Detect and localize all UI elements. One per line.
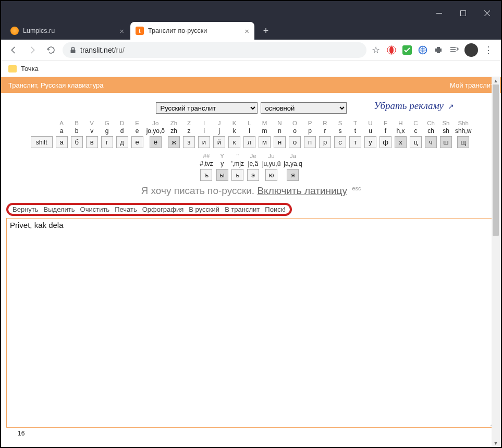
new-tab-button[interactable]: + [259, 23, 273, 38]
kb-latin-label: Je [250, 152, 256, 160]
kb-key[interactable]: и [198, 136, 210, 148]
scroll-down-icon[interactable]: ▼ [492, 440, 500, 447]
kb-key[interactable]: ы [216, 169, 228, 181]
window-maximize[interactable] [451, 5, 475, 21]
kb-translit-label: ju,yu,ü [262, 160, 280, 168]
action-button[interactable]: Орфография [142, 205, 183, 213]
kb-translit-label: je,ä [248, 160, 258, 168]
extension-globe-icon[interactable] [418, 45, 428, 55]
kb-latin-label: G [105, 119, 109, 127]
kb-key[interactable]: э [247, 169, 259, 181]
titlebar [1, 1, 501, 20]
kb-latin-label: H [398, 119, 402, 127]
kb-latin-label: D [120, 119, 124, 127]
kb-translit-label: p [308, 127, 312, 135]
kb-translit-label: i [203, 127, 205, 135]
site-header-right[interactable]: Мой транслит [450, 81, 494, 89]
extension-opera-icon[interactable] [386, 45, 397, 55]
window-controls [427, 5, 499, 21]
kb-key[interactable]: ю [265, 169, 277, 181]
kb-key[interactable]: ц [410, 136, 422, 148]
kb-translit-label: g [105, 127, 109, 135]
extensions-icon[interactable] [433, 45, 444, 55]
kb-translit-label: z [188, 127, 191, 135]
window-close[interactable] [475, 5, 499, 21]
browser-tab-inactive[interactable]: Lumpics.ru × [5, 22, 129, 40]
kb-key[interactable]: з [183, 136, 195, 148]
action-button[interactable]: Печать [115, 205, 137, 213]
actions-toolbar-highlighted: ВернутьВыделитьОчиститьПечатьОрфографияВ… [6, 203, 292, 216]
action-button[interactable]: В транслит [225, 205, 260, 213]
page-scrollbar[interactable]: ▲ ▼ [492, 77, 500, 447]
kb-key[interactable]: е [131, 136, 143, 148]
kb-key[interactable]: л [243, 136, 255, 148]
kb-key[interactable]: т [349, 136, 361, 148]
shift-key[interactable]: shift [31, 136, 53, 148]
kb-key[interactable]: у [364, 136, 376, 148]
kb-key[interactable]: ш [440, 136, 452, 148]
kb-key[interactable]: р [319, 136, 331, 148]
kb-translit-label: f [385, 127, 386, 135]
kb-latin-label: L [248, 119, 251, 127]
kb-key[interactable]: ъ [200, 169, 212, 181]
kb-key[interactable]: в [86, 136, 98, 148]
kb-key[interactable]: щ [457, 136, 469, 148]
extension-check-icon[interactable] [402, 45, 412, 55]
scheme-select[interactable]: Русский транслит [156, 102, 258, 114]
kb-key[interactable]: с [334, 136, 346, 148]
kb-key[interactable]: й [213, 136, 225, 148]
kb-key[interactable]: м [259, 136, 271, 148]
kb-key[interactable]: х [395, 136, 407, 148]
kb-translit-label: m [262, 127, 267, 135]
kb-key[interactable]: ь [231, 169, 243, 181]
bookmark-star-icon[interactable]: ☆ [371, 45, 381, 55]
svg-point-4 [389, 46, 394, 54]
kb-key[interactable]: г [101, 136, 113, 148]
back-button[interactable] [6, 43, 21, 57]
url-input[interactable]: translit.net/ru/ [63, 42, 366, 58]
tab-close-icon[interactable]: × [244, 27, 249, 35]
kb-key[interactable]: я [287, 169, 299, 181]
kb-key[interactable]: д [116, 136, 128, 148]
site-header-left[interactable]: Транслит, Русская клавиатура [8, 81, 104, 89]
window-minimize[interactable] [427, 5, 451, 21]
kb-latin-label: B [75, 119, 79, 127]
scroll-up-icon[interactable]: ▲ [492, 77, 500, 84]
kb-key[interactable]: ж [168, 136, 180, 148]
main-textarea[interactable] [7, 219, 495, 427]
kb-translit-label: shh,w [455, 127, 471, 135]
kb-latin-label: U [368, 119, 372, 127]
remove-ads-note[interactable]: Убрать рекламу [374, 100, 454, 112]
reading-list-icon[interactable] [449, 45, 459, 55]
scrollbar-thumb[interactable] [493, 84, 499, 236]
tab-close-icon[interactable]: × [119, 27, 124, 35]
lock-icon [70, 46, 76, 54]
tab-title: Lumpics.ru [23, 27, 55, 34]
reload-button[interactable] [44, 43, 58, 57]
action-button[interactable]: Вернуть [13, 205, 39, 213]
toggle-latin-link[interactable]: Включить латиницу [257, 185, 347, 196]
kb-key[interactable]: о [289, 136, 301, 148]
kb-key[interactable]: н [274, 136, 286, 148]
kb-key[interactable]: к [228, 136, 240, 148]
kb-key[interactable]: ч [425, 136, 437, 148]
action-button[interactable]: Выделить [44, 205, 75, 213]
action-button[interactable]: Очистить [80, 205, 110, 213]
kb-key[interactable]: п [304, 136, 316, 148]
kb-key[interactable]: б [71, 136, 83, 148]
kb-key[interactable]: а [56, 136, 68, 148]
kb-translit-label: h,x [396, 127, 405, 135]
kb-key[interactable]: ф [379, 136, 391, 148]
kb-translit-label: jo,yo,ö [146, 127, 165, 135]
action-button[interactable]: В русский [189, 205, 219, 213]
bookmark-folder[interactable]: Точка [21, 65, 39, 72]
kb-translit-label: y [221, 160, 224, 168]
kb-key[interactable]: ё [150, 136, 162, 148]
action-button[interactable]: Поиск! [265, 205, 286, 213]
kb-translit-label: b [75, 127, 79, 135]
profile-avatar[interactable] [464, 43, 478, 57]
kb-translit-label: o [293, 127, 297, 135]
menu-icon[interactable]: ⋮ [483, 45, 494, 55]
variant-select[interactable]: основной [261, 102, 347, 114]
browser-tab-active[interactable]: t Транслит по-русски × [130, 22, 254, 40]
